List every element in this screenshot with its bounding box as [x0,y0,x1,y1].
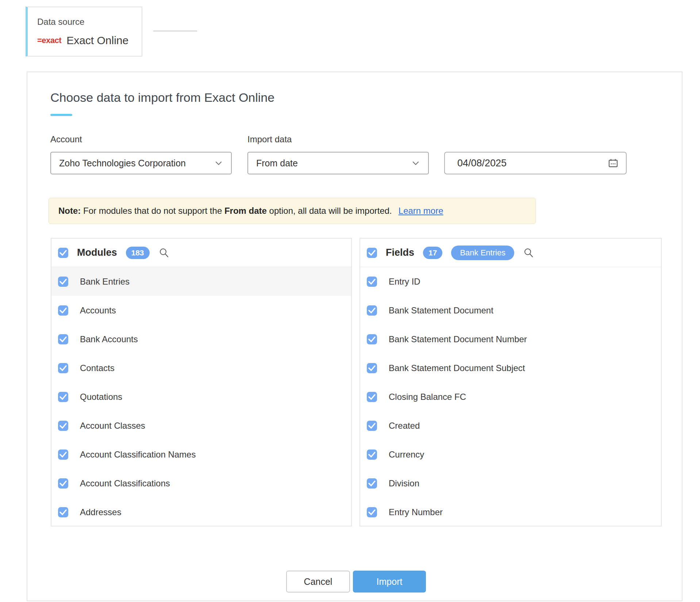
import-data-select[interactable]: From date [247,152,429,174]
field-list-item[interactable]: Entry Number [360,498,661,526]
check-icon [367,277,377,287]
exact-logo: =exact [37,36,61,45]
module-list-item[interactable]: Contacts [51,354,351,382]
module-list-item[interactable]: Addresses [51,498,351,526]
chevron-down-icon [214,159,223,167]
modules-panel: Modules 183 Bank Entries [51,238,352,526]
check-icon [58,449,68,460]
field-checkbox[interactable] [367,449,377,460]
check-icon [367,392,377,402]
import-dialog: Choose data to import from Exact Online … [27,72,682,601]
module-checkbox[interactable] [58,421,68,431]
learn-more-link[interactable]: Learn more [399,206,443,216]
check-icon [367,334,377,344]
fields-list: Entry ID Bank Statement Document Bank St… [360,267,661,526]
module-checkbox[interactable] [58,334,68,344]
module-item-label: Account Classifications [80,478,170,489]
field-list-item[interactable]: Currency [360,440,661,469]
import-data-select-value: From date [256,158,298,169]
check-icon [367,478,377,489]
import-button[interactable]: Import [353,571,426,593]
field-list-item[interactable]: Entry ID [360,267,661,296]
module-checkbox[interactable] [58,478,68,489]
note-text: option, all data will be imported. [267,206,392,216]
module-list-item[interactable]: Account Classifications [51,469,351,498]
field-item-label: Created [389,421,420,431]
module-item-label: Accounts [80,305,116,316]
module-checkbox[interactable] [58,507,68,517]
module-list-item[interactable]: Account Classification Names [51,440,351,469]
module-item-label: Account Classes [80,421,145,431]
field-checkbox[interactable] [367,507,377,517]
module-checkbox[interactable] [58,449,68,460]
field-item-label: Entry ID [389,277,420,287]
field-list-item[interactable]: Created [360,411,661,440]
field-list-item[interactable]: Bank Statement Document Number [360,325,661,354]
check-icon [58,421,68,431]
check-icon [367,421,377,431]
module-checkbox[interactable] [58,277,68,287]
note-label: Note: [58,206,81,216]
module-list-item[interactable]: Bank Entries [51,267,351,296]
check-icon [367,363,377,373]
page-title: Choose data to import from Exact Online [50,90,274,105]
wizard-step-connector [153,31,197,31]
fields-module-filter-pill[interactable]: Bank Entries [451,246,514,260]
field-checkbox[interactable] [367,305,377,316]
note-bold-text: From date [224,206,267,216]
field-checkbox[interactable] [367,392,377,402]
check-icon [58,507,68,517]
search-icon[interactable] [158,247,169,258]
search-icon[interactable] [523,247,534,258]
check-icon [367,305,377,316]
from-date-value: 04/08/2025 [457,158,507,169]
from-date-input[interactable]: 04/08/2025 [444,152,627,174]
modules-list: Bank Entries Accounts Bank Accounts [51,267,351,526]
chevron-down-icon [411,159,420,167]
data-source-card[interactable]: Data source =exact Exact Online [26,7,142,57]
module-item-label: Contacts [80,363,115,373]
field-checkbox[interactable] [367,363,377,373]
field-checkbox[interactable] [367,478,377,489]
module-list-item[interactable]: Quotations [51,382,351,411]
field-item-label: Bank Statement Document [389,305,493,316]
note-banner: Note: For modules that do not support th… [49,198,536,224]
account-label: Account [50,134,82,144]
module-list-item[interactable]: Accounts [51,296,351,325]
field-list-item[interactable]: Closing Balance FC [360,382,661,411]
field-checkbox[interactable] [367,277,377,287]
module-checkbox[interactable] [58,392,68,402]
check-icon [367,507,377,517]
check-icon [58,478,68,489]
modules-count-badge: 183 [126,247,150,259]
field-list-item[interactable]: Division [360,469,661,498]
fields-count-badge: 17 [423,247,442,259]
modules-panel-header: Modules 183 [51,239,351,267]
module-checkbox[interactable] [58,363,68,373]
cancel-button[interactable]: Cancel [286,571,350,593]
modules-select-all-checkbox[interactable] [58,248,68,258]
field-item-label: Division [389,478,419,489]
field-item-label: Bank Statement Document Number [389,334,527,344]
check-icon [58,392,68,402]
fields-select-all-checkbox[interactable] [367,248,377,258]
field-list-item[interactable]: Bank Statement Document [360,296,661,325]
module-item-label: Bank Accounts [80,334,138,344]
module-list-item[interactable]: Account Classes [51,411,351,440]
field-checkbox[interactable] [367,334,377,344]
data-source-label: Data source [37,17,142,27]
module-item-label: Bank Entries [80,277,130,287]
module-list-item[interactable]: Bank Accounts [51,325,351,354]
check-icon [58,277,68,287]
field-list-item[interactable]: Bank Statement Document Subject [360,354,661,382]
module-checkbox[interactable] [58,305,68,316]
field-checkbox[interactable] [367,421,377,431]
check-icon [58,334,68,344]
field-item-label: Currency [389,449,424,460]
account-select[interactable]: Zoho Technologies Corporation [50,152,232,174]
module-item-label: Account Classification Names [80,449,196,460]
title-underline [50,114,72,116]
note-text: For modules that do not support the [81,206,224,216]
account-select-value: Zoho Technologies Corporation [59,158,186,169]
calendar-icon[interactable] [608,158,619,169]
